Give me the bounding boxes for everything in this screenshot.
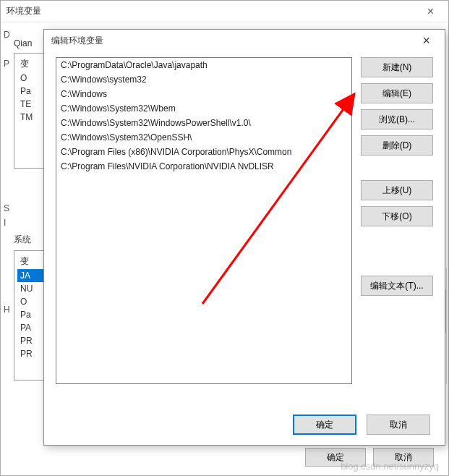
label-h: H	[4, 305, 10, 315]
label-i: I	[4, 218, 6, 228]
outer-ok-button[interactable]: 确定	[305, 448, 366, 467]
user-vars-label: Qian	[14, 38, 32, 48]
path-item[interactable]: C:\Windows\System32\Wbem	[56, 101, 351, 116]
path-item[interactable]: C:\Windows\System32\OpenSSH\	[56, 130, 351, 145]
spacer	[361, 232, 433, 270]
label-s: S	[4, 203, 9, 213]
move-up-button[interactable]: 上移(U)	[361, 180, 433, 200]
inner-footer: 确定 取消	[293, 415, 430, 435]
move-down-button[interactable]: 下移(O)	[361, 206, 433, 226]
path-list[interactable]: C:\ProgramData\Oracle\Java\javapath C:\W…	[56, 57, 352, 384]
browse-button[interactable]: 浏览(B)...	[361, 109, 433, 129]
outer-title: 环境变量	[7, 5, 41, 17]
inner-body: C:\ProgramData\Oracle\Java\javapath C:\W…	[44, 51, 445, 384]
outer-titlebar: 环境变量 ×	[1, 1, 448, 22]
inner-titlebar: 编辑环境变量 ×	[44, 30, 445, 51]
path-item[interactable]: C:\ProgramData\Oracle\Java\javapath	[56, 58, 351, 72]
inner-cancel-button[interactable]: 取消	[367, 415, 430, 435]
outer-close-button[interactable]: ×	[419, 2, 442, 21]
outer-cancel-button[interactable]: 取消	[373, 448, 434, 467]
outer-button-row: 确定 取消	[305, 448, 434, 467]
inner-title: 编辑环境变量	[51, 35, 103, 47]
system-vars-label: 系统	[14, 234, 31, 246]
delete-button[interactable]: 删除(D)	[361, 135, 433, 156]
edit-button[interactable]: 编辑(E)	[361, 83, 433, 103]
edit-env-var-dialog: 编辑环境变量 × C:\ProgramData\Oracle\Java\java…	[43, 29, 445, 446]
inner-ok-button[interactable]: 确定	[293, 415, 356, 435]
path-item[interactable]: C:\Program Files (x86)\NVIDIA Corporatio…	[56, 145, 351, 159]
label-p: P	[4, 59, 9, 69]
new-button[interactable]: 新建(N)	[361, 57, 433, 77]
path-item[interactable]: C:\Windows	[56, 87, 351, 101]
path-item[interactable]: C:\Program Files\NVIDIA Corporation\NVID…	[56, 159, 351, 174]
path-item[interactable]: C:\Windows\system32	[56, 72, 351, 87]
side-button-column: 新建(N) 编辑(E) 浏览(B)... 删除(D) 上移(U) 下移(O) 编…	[361, 57, 433, 384]
inner-close-button[interactable]: ×	[415, 32, 437, 50]
spacer	[361, 161, 433, 174]
path-item[interactable]: C:\Windows\System32\WindowsPowerShell\v1…	[56, 116, 351, 130]
edit-text-button[interactable]: 编辑文本(T)...	[361, 276, 433, 296]
label-d: D	[4, 30, 10, 40]
